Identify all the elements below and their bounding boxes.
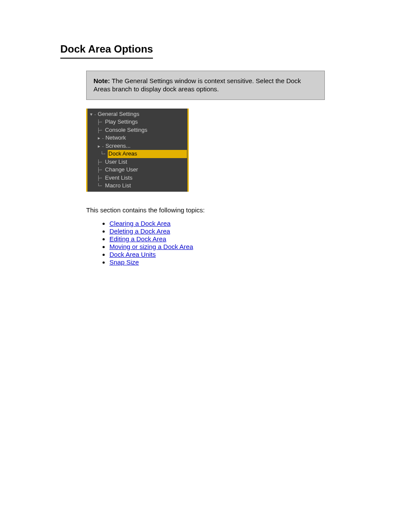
tree-item-label: Macro List [104,182,132,190]
branch-icon: ├╴ [97,166,103,174]
tree-item-screens[interactable]: ▸ - Screens... [87,142,187,150]
tree-item-network[interactable]: ▸ - Network [87,134,187,142]
tree-item-event-lists[interactable]: ├╴ Event Lists [87,174,187,182]
tree-item-label: Console Settings [104,126,148,134]
link-editing-dock-area[interactable]: Editing a Dock Area [109,235,166,243]
tree-item-dash: - [102,134,104,142]
link-clearing-dock-area[interactable]: Clearing a Dock Area [109,220,171,227]
tree-item-change-user[interactable]: ├╴ Change User [87,166,187,174]
tree-item-label: Change User [104,166,139,174]
link-snap-size[interactable]: Snap Size [109,258,139,266]
list-item: Clearing a Dock Area [109,220,359,227]
topic-links-list: Clearing a Dock Area Deleting a Dock Are… [99,220,359,266]
tree-item-label: Event Lists [104,174,134,182]
branch-icon: ├╴ [97,118,103,126]
tree-item-label: Screens... [105,142,132,150]
settings-tree: ▾ - General Settings ├╴ Play Settings ├╴… [86,109,189,192]
list-item: Snap Size [109,258,359,266]
note-prefix: Note: [93,77,110,84]
tree-item-label-selected: Dock Areas [108,150,187,158]
open-arrow-icon: ▾ [89,110,93,118]
branch-icon: ├╴ [97,126,103,134]
list-item: Editing a Dock Area [109,235,359,243]
link-deleting-dock-area[interactable]: Deleting a Dock Area [109,227,170,235]
tree-item-macro-list[interactable]: └╴ Macro List [87,182,187,190]
link-moving-sizing-dock-area[interactable]: Moving or sizing a Dock Area [109,243,193,250]
note-box: Note: The General Settings window is con… [86,71,325,100]
tree-root[interactable]: ▾ - General Settings [87,110,187,118]
closed-arrow-icon: ▸ [97,134,101,142]
closed-arrow-icon: ▸ [97,142,101,150]
branch-icon: └╴ [97,182,103,190]
note-body: The General Settings window is context s… [93,77,301,93]
list-item: Moving or sizing a Dock Area [109,243,359,250]
list-item: Dock Area Units [109,251,359,258]
tree-item-play-settings[interactable]: ├╴ Play Settings [87,118,187,126]
tree-item-user-list[interactable]: ├╴ User List [87,158,187,166]
tree-item-dock-areas[interactable]: └╴ Dock Areas [87,150,187,158]
list-item: Deleting a Dock Area [109,227,359,235]
tree-root-label: General Settings [97,110,140,118]
heading-dock-area-options: Dock Area Options [60,43,153,59]
tree-root-dash: - [94,110,96,118]
tree-item-label: Play Settings [104,118,139,126]
tree-item-label: Network [105,134,127,142]
tree-item-console-settings[interactable]: ├╴ Console Settings [87,126,187,134]
branch-icon: ├╴ [97,158,103,166]
branch-icon: ├╴ [97,174,103,182]
section-intro: This section contains the following topi… [86,206,359,214]
tree-item-label: User List [104,158,128,166]
link-dock-area-units[interactable]: Dock Area Units [109,251,156,258]
tree-item-dash: - [102,142,104,150]
branch-icon: └╴ [100,150,107,158]
